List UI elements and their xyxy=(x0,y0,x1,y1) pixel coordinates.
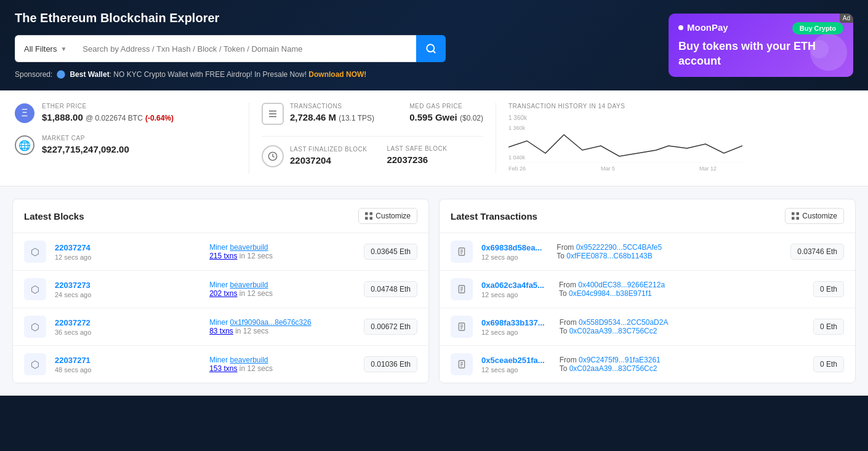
search-icon xyxy=(425,43,436,54)
chart-svg: Feb 26 Mar 5 Mar 12 1 360k 1 040k xyxy=(508,122,742,172)
sponsored-link[interactable]: Download NOW! xyxy=(308,70,366,79)
block-3-info: 22037271 48 secs ago xyxy=(55,356,201,373)
latest-transactions-panel: Latest Transactions Customize 0x69838d58… xyxy=(439,199,856,383)
filter-label: All Filters xyxy=(24,44,57,54)
txn-2-addr: From 0x558D9534...2CC50aD2A To 0xC02aaA3… xyxy=(553,318,805,335)
txn-0-addr: From 0x95222290...5CC4BAfe5 To 0xfFEE087… xyxy=(550,243,782,260)
block-1-miner-info: Miner beaverbuild 202 txns in 12 secs xyxy=(209,281,355,298)
txn-2-hash[interactable]: 0x698fa33b137... xyxy=(481,318,545,327)
chart-section: TRANSACTION HISTORY IN 14 DAYS 1 360k Fe… xyxy=(496,103,853,174)
block-3-txns-link[interactable]: 153 txns xyxy=(209,364,237,373)
txn-3-to: To 0xC02aaA39...83C756Cc2 xyxy=(560,364,805,373)
txn-stats-section: TRANSACTIONS 2,728.46 M (13.1 TPS) MED G… xyxy=(249,103,496,174)
block-3-number[interactable]: 22037271 xyxy=(55,356,201,365)
txn-2-from-addr[interactable]: 0x558D9534...2CC50aD2A xyxy=(579,318,668,327)
block-0-miner-link[interactable]: beaverbuild xyxy=(230,243,268,252)
safe-block-value: 22037236 xyxy=(387,154,447,165)
txn-2-time: 12 secs ago xyxy=(481,329,545,336)
block-0-number[interactable]: 22037274 xyxy=(55,243,201,252)
buy-crypto-button[interactable]: Buy Crypto xyxy=(792,22,843,34)
svg-text:1 360k: 1 360k xyxy=(508,125,526,131)
svg-text:Mar 12: Mar 12 xyxy=(699,166,717,172)
block-2: ⬡ 22037272 36 secs ago Miner 0x1f9090aa.… xyxy=(13,308,428,346)
block-3-txns: 153 txns in 12 secs xyxy=(209,364,355,373)
txn-info: TRANSACTIONS 2,728.46 M (13.1 TPS) xyxy=(290,103,374,124)
chart-area: 1 360k Feb 26 Mar 5 Mar 12 1 360k 1 040k xyxy=(508,114,841,174)
search-input[interactable] xyxy=(75,35,416,62)
txn-icon-svg xyxy=(267,108,278,119)
txn-1-to-addr[interactable]: 0xE04c9984...b38E971f1 xyxy=(569,289,652,298)
ad-deco2 xyxy=(810,40,829,58)
block-1-time: 24 secs ago xyxy=(55,291,201,298)
gas-label: MED GAS PRICE xyxy=(409,103,483,110)
block-1: ⬡ 22037273 24 secs ago Miner beaverbuild… xyxy=(13,271,428,308)
txn-rows-icon xyxy=(262,103,284,125)
block-3-time: 48 secs ago xyxy=(55,366,201,373)
txn-0-to-addr[interactable]: 0xfFEE0878...C68b1143B xyxy=(566,252,652,260)
block-0-miner: Miner beaverbuild xyxy=(209,243,355,252)
sponsored-bar: Sponsored: Best Wallet: NO KYC Crypto Wa… xyxy=(15,70,669,79)
txn-3-id-info: 0x5ceaeb251fa... 12 secs ago xyxy=(481,356,545,373)
txn-2: 0x698fa33b137... 12 secs ago From 0x558D… xyxy=(440,308,855,346)
svg-rect-17 xyxy=(792,212,795,215)
txn-1-amount: 0 Eth xyxy=(813,281,844,297)
block-1-info: 22037273 24 secs ago xyxy=(55,281,201,298)
block-0-txns-link[interactable]: 215 txns xyxy=(209,252,237,260)
ether-price-label: ETHER PRICE xyxy=(42,103,174,110)
globe-icon: 🌐 xyxy=(15,135,34,155)
ad-banner: Ad MoonPay Buy Crypto Buy tokens with yo… xyxy=(669,14,853,77)
final-block-value: 22037204 xyxy=(290,155,367,166)
header-left: The Ethereum Blockchain Explorer All Fil… xyxy=(15,11,669,79)
txn-3: 0x5ceaeb251fa... 12 secs ago From 0x9C24… xyxy=(440,346,855,383)
txn-1-hash[interactable]: 0xa062c3a4fa5... xyxy=(481,281,544,290)
customize-blocks-button[interactable]: Customize xyxy=(358,208,417,224)
txn-3-to-addr[interactable]: 0xC02aaA39...83C756Cc2 xyxy=(569,364,657,373)
chart-y-high: 1 360k xyxy=(508,114,527,121)
market-cap-block: 🌐 MARKET CAP $227,715,247,092.00 xyxy=(15,135,236,156)
txn-2-to-addr[interactable]: 0xC02aaA39...83C756Cc2 xyxy=(569,327,657,335)
chevron-down-icon: ▼ xyxy=(60,46,66,52)
txn-3-from-addr[interactable]: 0x9C2475f9...91faE3261 xyxy=(579,356,661,364)
customize-txn-button[interactable]: Customize xyxy=(785,208,844,224)
doc-icon-0 xyxy=(457,247,467,257)
txn-value: 2,728.46 M (13.1 TPS) xyxy=(290,112,374,122)
grid-icon xyxy=(365,212,372,220)
txn-0-from-addr[interactable]: 0x95222290...5CC4BAfe5 xyxy=(576,243,662,252)
ad-logo-text: MoonPay xyxy=(687,22,728,33)
block-2-txns-link[interactable]: 83 txns xyxy=(209,327,233,335)
ether-price-value: $1,888.00 @ 0.022674 BTC (-0.64%) xyxy=(42,112,174,122)
block-cube-icon-3: ⬡ xyxy=(24,353,46,375)
block-2-info: 22037272 36 secs ago xyxy=(55,318,201,336)
block-2-txns: 83 txns in 12 secs xyxy=(209,327,355,335)
block-3: ⬡ 22037271 48 secs ago Miner beaverbuild… xyxy=(13,346,428,383)
ad-badge: Ad xyxy=(840,14,853,23)
search-button[interactable] xyxy=(416,35,446,62)
txn-0-hash[interactable]: 0x69838d58ea... xyxy=(481,243,542,252)
svg-rect-15 xyxy=(365,217,368,220)
block-1-miner-link[interactable]: beaverbuild xyxy=(230,281,268,289)
block-2-reward: 0.00672 Eth xyxy=(364,319,417,335)
block-1-number[interactable]: 22037273 xyxy=(55,281,201,290)
latest-blocks-panel: Latest Blocks Customize ⬡ 22037274 12 se… xyxy=(12,199,429,383)
txn-3-hash[interactable]: 0x5ceaeb251fa... xyxy=(481,356,545,365)
site-title: The Ethereum Blockchain Explorer xyxy=(15,11,669,25)
svg-rect-13 xyxy=(365,212,368,215)
block-1-txns-link[interactable]: 202 txns xyxy=(209,289,237,298)
block-3-miner-link[interactable]: beaverbuild xyxy=(230,356,268,364)
txn-row: TRANSACTIONS 2,728.46 M (13.1 TPS) MED G… xyxy=(262,103,483,125)
wallet-icon xyxy=(56,70,66,79)
block-cube-icon: ⬡ xyxy=(24,241,46,263)
filter-button[interactable]: All Filters ▼ xyxy=(15,35,75,62)
svg-text:Mar 5: Mar 5 xyxy=(601,166,615,172)
txn-label: TRANSACTIONS xyxy=(290,103,374,110)
ether-stats-section: Ξ ETHER PRICE $1,888.00 @ 0.022674 BTC (… xyxy=(15,103,249,174)
sponsored-text: Best Wallet: NO KYC Crypto Wallet with F… xyxy=(70,70,366,79)
svg-rect-20 xyxy=(797,217,800,220)
block-2-number[interactable]: 22037272 xyxy=(55,318,201,327)
txn-1-from-addr[interactable]: 0x400dEC38...9266E212a xyxy=(578,281,665,289)
block-2-miner-link[interactable]: 0x1f9090aa...8e676c326 xyxy=(230,318,311,327)
txn-3-icon xyxy=(451,353,473,375)
txn-0-amount: 0.03746 Eth xyxy=(790,244,844,260)
txn-2-amount: 0 Eth xyxy=(813,319,844,335)
txn-0: 0x69838d58ea... 12 secs ago From 0x95222… xyxy=(440,233,855,271)
